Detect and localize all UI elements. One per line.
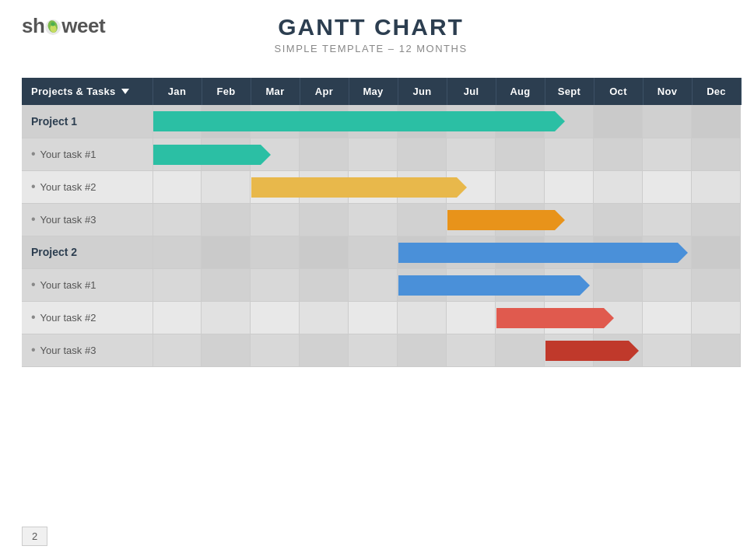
bullet-icon: •	[31, 344, 36, 356]
th-apr: Apr	[300, 78, 349, 105]
svg-point-3	[51, 23, 55, 26]
gantt-bar	[251, 177, 468, 198]
th-jun: Jun	[398, 78, 447, 105]
bullet-icon: •	[31, 213, 36, 226]
project-label: Project 2	[22, 236, 153, 268]
bar-area	[153, 301, 741, 334]
task-label: •Your task #1	[22, 268, 153, 301]
th-tasks-label: Projects & Tasks	[31, 86, 116, 97]
gantt-bar	[153, 111, 566, 131]
bullet-icon: •	[31, 278, 36, 291]
gantt-wrapper: Projects & Tasks Jan Feb Mar Apr May Jun…	[0, 70, 747, 375]
gantt-bar	[398, 243, 688, 263]
gantt-bar	[545, 341, 639, 361]
gantt-bar	[447, 210, 566, 230]
gantt-table: Projects & Tasks Jan Feb Mar Apr May Jun…	[22, 78, 742, 367]
th-jan: Jan	[153, 78, 202, 105]
dropdown-icon	[121, 89, 129, 94]
logo-icon	[44, 19, 61, 36]
task-label: •Your task #1	[22, 138, 153, 170]
th-dec: Dec	[692, 78, 741, 105]
th-jul: Jul	[447, 78, 496, 105]
task-label: •Your task #3	[22, 334, 153, 366]
bullet-icon: •	[31, 311, 36, 324]
title-block: Gantt Chart Simple Template – 12 Months	[105, 14, 637, 54]
page-title: Gantt Chart	[105, 14, 637, 40]
page-subtitle: Simple Template – 12 Months	[105, 43, 637, 54]
bar-area	[153, 334, 741, 366]
th-oct: Oct	[594, 78, 643, 105]
bar-area	[153, 105, 741, 138]
th-mar: Mar	[251, 78, 300, 105]
gantt-bar	[398, 275, 590, 296]
bar-area	[153, 170, 741, 203]
bar-area	[153, 268, 741, 301]
logo-text: sh weet	[22, 14, 105, 38]
th-aug: Aug	[496, 78, 545, 105]
logo: sh weet	[22, 14, 105, 38]
th-nov: Nov	[643, 78, 692, 105]
th-sept: Sept	[545, 78, 594, 105]
th-tasks[interactable]: Projects & Tasks	[22, 78, 153, 105]
task-label: •Your task #2	[22, 301, 153, 334]
th-may: May	[349, 78, 398, 105]
bullet-icon: •	[31, 148, 36, 160]
bar-area	[153, 203, 741, 236]
bar-area	[153, 236, 741, 268]
bullet-icon: •	[31, 180, 36, 193]
gantt-bar	[496, 308, 615, 328]
bar-area	[153, 138, 741, 170]
project-label: Project 1	[22, 105, 153, 138]
task-label: •Your task #2	[22, 170, 153, 203]
gantt-body: Project 1•Your task #1•Your task #2•Your…	[22, 105, 741, 366]
gantt-bar	[153, 145, 272, 165]
th-feb: Feb	[202, 78, 251, 105]
gantt-header: Projects & Tasks Jan Feb Mar Apr May Jun…	[22, 78, 741, 105]
page-number: 2	[22, 527, 47, 546]
header: sh weet Gantt Chart Simple Template – 12…	[0, 0, 747, 62]
task-label: •Your task #3	[22, 203, 153, 236]
